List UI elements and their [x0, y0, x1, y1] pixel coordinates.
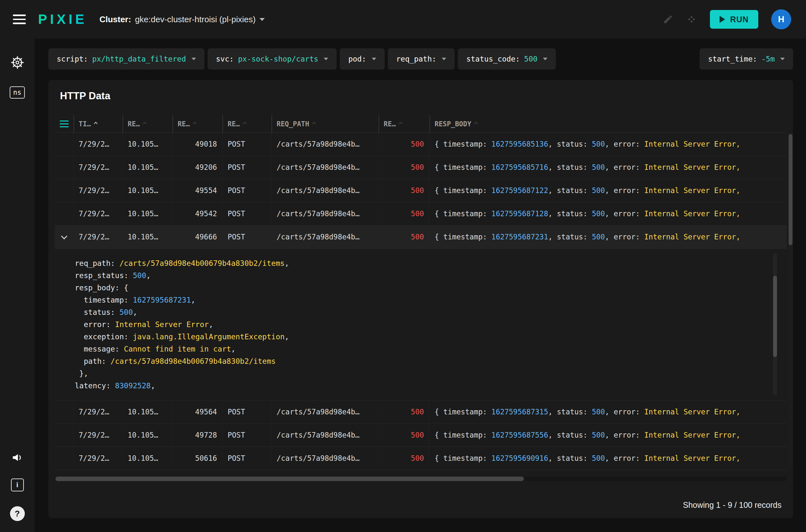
- cell-remote-addr: 10.105…: [123, 179, 172, 202]
- detail-line: },: [75, 367, 764, 380]
- sidebar: ns i ?: [0, 39, 35, 532]
- announcement-icon[interactable]: [11, 452, 23, 464]
- cluster-selector[interactable]: Cluster: gke:dev-cluster-htroisi (pl-pix…: [99, 15, 264, 24]
- cell-req-path: /carts/57a98d98e4b…: [271, 156, 378, 179]
- expand-chevron-icon[interactable]: [61, 233, 68, 240]
- cell-resp-body: { timestamp: 1627595687556, status: 500,…: [429, 424, 787, 447]
- table-horizontal-scrollbar[interactable]: [55, 477, 524, 481]
- chevron-down-icon: [780, 58, 785, 60]
- detail-scrollbar[interactable]: [773, 276, 777, 357]
- column-header-label: RE…: [228, 120, 240, 128]
- column-header-label: TI…: [79, 120, 91, 128]
- cell-resp-status: 500: [378, 156, 429, 179]
- column-menu-icon: [60, 120, 69, 128]
- cell-resp-body: { timestamp: 1627595690916, status: 500,…: [429, 447, 787, 470]
- cell-req-path: /carts/57a98d98e4b…: [271, 226, 378, 249]
- row-expander-cell[interactable]: [55, 447, 74, 470]
- filter-pill[interactable]: pod:: [340, 48, 384, 70]
- filter-pill[interactable]: svc: px-sock-shop/carts: [208, 48, 337, 70]
- row-expander-cell[interactable]: [55, 133, 74, 156]
- cell-req-path: /carts/57a98d98e4b…: [271, 401, 378, 424]
- cell-req-path: /carts/57a98d98e4b…: [271, 179, 378, 202]
- column-header[interactable]: RESP_BODY ^: [429, 115, 787, 133]
- column-header[interactable]: REQ_PATH ^: [271, 115, 378, 133]
- cell-resp-body: { timestamp: 1627595687128, status: 500,…: [429, 202, 787, 226]
- cell-resp-status: 500: [378, 133, 429, 156]
- pill-label: pod:: [348, 55, 366, 63]
- table-vertical-scrollbar[interactable]: [789, 134, 792, 245]
- cell-remote-addr: 10.105…: [123, 401, 172, 424]
- cell-remote-port: 49542: [172, 202, 223, 226]
- main-content: script: px/http_data_filtered svc: px-so…: [35, 39, 806, 532]
- cell-remote-port: 50616: [172, 447, 223, 470]
- cell-resp-body: { timestamp: 1627595687315, status: 500,…: [429, 401, 787, 424]
- help-icon[interactable]: ?: [10, 506, 25, 521]
- row-expander-cell[interactable]: [55, 179, 74, 202]
- topbar: PIXIE Cluster: gke:dev-cluster-htroisi (…: [0, 0, 806, 39]
- column-header[interactable]: RE… ^: [378, 115, 429, 133]
- row-expander-cell[interactable]: [55, 226, 74, 249]
- pill-label: script:: [57, 55, 88, 63]
- pill-label: req_path:: [396, 55, 436, 63]
- start-time-pill[interactable]: start_time: -5m: [700, 48, 793, 70]
- column-header[interactable]: RE… ^: [123, 115, 172, 133]
- pill-label: svc:: [216, 55, 234, 63]
- pill-value: -5m: [761, 55, 775, 63]
- cell-remote-addr: 10.105…: [123, 447, 172, 470]
- cell-req-path: /carts/57a98d98e4b…: [271, 424, 378, 447]
- filter-pill[interactable]: script: px/http_data_filtered: [48, 48, 204, 70]
- filter-pill[interactable]: status_code: 500: [458, 48, 556, 70]
- pixie-app: PIXIE Cluster: gke:dev-cluster-htroisi (…: [0, 0, 806, 532]
- column-header-label: RE…: [177, 120, 190, 128]
- row-expander-cell[interactable]: [55, 424, 74, 447]
- cell-remote-port: 49018: [172, 133, 223, 156]
- cell-req-path: /carts/57a98d98e4b…: [271, 202, 378, 226]
- http-data-panel: HTTP Data TI… ^ RE… ^ RE… ^ RE… ^ REQ_PA…: [48, 80, 793, 518]
- cell-req-method: POST: [223, 202, 271, 226]
- user-avatar[interactable]: H: [771, 10, 791, 29]
- row-expander-cell[interactable]: [55, 401, 74, 424]
- cell-remote-addr: 10.105…: [123, 133, 172, 156]
- column-header-label: RE…: [383, 120, 396, 128]
- column-header[interactable]: RE… ^: [172, 115, 223, 133]
- detail-line: resp_body: {: [75, 282, 764, 294]
- edit-script-icon[interactable]: [663, 14, 673, 24]
- row-expander-cell[interactable]: [55, 202, 74, 226]
- k8s-helm-icon[interactable]: [10, 55, 24, 70]
- table-horizontal-scrollbar-track[interactable]: [55, 477, 787, 481]
- cell-req-method: POST: [223, 156, 271, 179]
- cell-remote-addr: 10.105…: [123, 424, 172, 447]
- namespace-icon[interactable]: ns: [10, 87, 25, 99]
- detail-line: timestamp: 1627595687231,: [75, 294, 764, 306]
- cell-time: 7/29/2…: [74, 447, 123, 470]
- sort-asc-icon: ^: [398, 121, 403, 129]
- cell-remote-addr: 10.105…: [123, 156, 172, 179]
- detail-line: message: Cannot find item in cart,: [75, 343, 764, 355]
- cell-time: 7/29/2…: [74, 179, 123, 202]
- pill-label: status_code:: [466, 55, 520, 63]
- cell-resp-status: 500: [378, 202, 429, 226]
- sparkle-icon[interactable]: [686, 14, 697, 25]
- cell-time: 7/29/2…: [74, 424, 123, 447]
- column-header[interactable]: TI… ^: [74, 115, 123, 133]
- cell-time: 7/29/2…: [74, 156, 123, 179]
- column-header[interactable]: RE… ^: [223, 115, 271, 133]
- column-menu-cell[interactable]: [55, 115, 74, 133]
- chevron-down-icon: [372, 58, 376, 60]
- run-button[interactable]: RUN: [710, 10, 758, 29]
- sort-asc-icon: ^: [192, 121, 197, 129]
- cluster-value: gke:dev-cluster-htroisi (pl-pixies): [135, 15, 256, 24]
- sidebar-bottom: i ?: [10, 452, 25, 521]
- detail-lines: req_path: /carts/57a98d98e4b00679b4a830b…: [75, 257, 764, 392]
- row-expander-cell[interactable]: [55, 156, 74, 179]
- cell-resp-status: 500: [378, 401, 429, 424]
- detail-line: path: /carts/57a98d98e4b00679b4a830b2/it…: [75, 355, 764, 367]
- table-vertical-scrollbar-track[interactable]: [789, 133, 792, 466]
- cell-resp-body: { timestamp: 1627595685136, status: 500,…: [429, 133, 787, 156]
- filter-pill[interactable]: req_path:: [388, 48, 455, 70]
- pill-value: 500: [524, 55, 538, 63]
- hamburger-menu-icon[interactable]: [13, 15, 26, 24]
- info-icon[interactable]: i: [11, 478, 24, 491]
- cell-remote-port: 49206: [172, 156, 223, 179]
- detail-line: req_path: /carts/57a98d98e4b00679b4a830b…: [75, 257, 764, 269]
